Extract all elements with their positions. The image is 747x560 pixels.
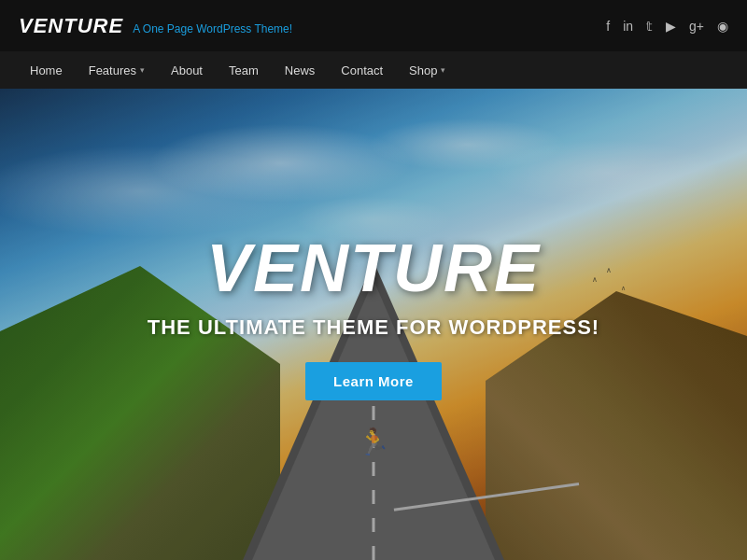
nav-features[interactable]: Features ▾ [78,58,156,83]
youtube-icon[interactable]: ▶ [666,19,676,34]
logo-tagline: A One Page WordPress Theme! [133,22,292,35]
top-bar: VENTURE A One Page WordPress Theme! f in… [0,0,747,51]
rss-icon[interactable]: ◉ [717,19,728,34]
hero-subtitle: THE ULTIMATE THEME FOR WORDPRESS! [148,315,599,340]
learn-more-button[interactable]: Learn More [305,362,442,400]
twitter-icon[interactable]: 𝕥 [646,19,653,34]
hero-title: VENTURE [206,230,541,306]
hero-content: VENTURE THE ULTIMATE THEME FOR WORDPRESS… [0,89,747,560]
nav-shop[interactable]: Shop ▾ [398,58,457,83]
nav-home[interactable]: Home [19,58,74,83]
hero-section: ∧ ∧ ∧ 🏃 VENTURE THE ULTIMATE THEME FOR W… [0,89,747,560]
facebook-icon[interactable]: f [606,19,610,34]
nav-about[interactable]: About [160,58,214,83]
googleplus-icon[interactable]: g+ [689,19,704,34]
logo-text: VENTURE [19,14,123,38]
social-icons: f in 𝕥 ▶ g+ ◉ [606,19,728,34]
nav-contact[interactable]: Contact [330,58,394,83]
shop-dropdown-arrow: ▾ [441,65,445,75]
nav-news[interactable]: News [274,58,327,83]
nav-bar: Home Features ▾ About Team News Contact … [0,51,747,89]
linkedin-icon[interactable]: in [623,19,633,34]
nav-team[interactable]: Team [218,58,270,83]
features-dropdown-arrow: ▾ [140,65,145,75]
logo-area: VENTURE A One Page WordPress Theme! [19,14,292,38]
